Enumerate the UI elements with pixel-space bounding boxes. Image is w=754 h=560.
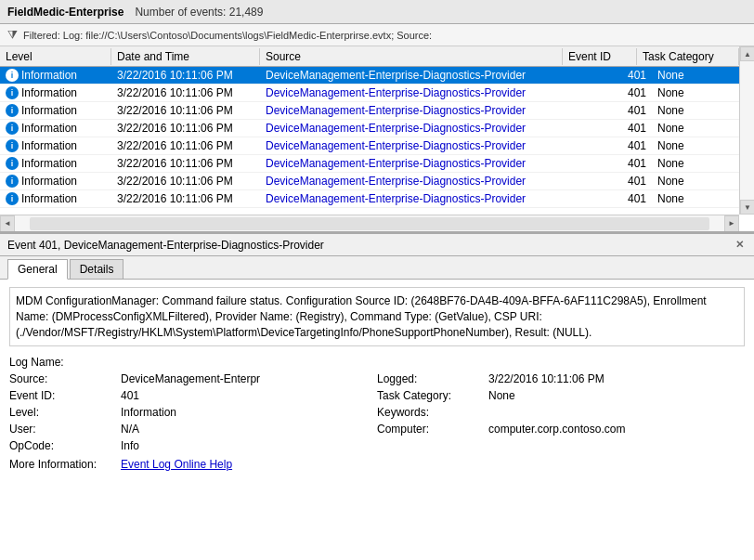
keywords-value xyxy=(488,406,745,419)
col-eventid: Event ID xyxy=(563,48,637,65)
level-text: Information xyxy=(21,157,77,170)
taskcategory-value: None xyxy=(488,389,745,402)
cell-source: DeviceManagement-Enterprise-Diagnostics-… xyxy=(260,157,578,170)
table-row[interactable]: iInformation3/22/2016 10:11:06 PMDeviceM… xyxy=(0,67,754,85)
table-row[interactable]: iInformation3/22/2016 10:11:06 PMDeviceM… xyxy=(0,155,754,173)
level-text: Information xyxy=(21,104,77,117)
opcode-label: OpCode: xyxy=(9,439,121,452)
cell-datetime: 3/22/2016 10:11:06 PM xyxy=(111,139,260,152)
tab-details[interactable]: Details xyxy=(70,259,124,279)
computer-row: Computer: computer.corp.contoso.com xyxy=(377,423,745,436)
col-source: Source xyxy=(260,48,563,65)
taskcategory-label: Task Category: xyxy=(377,389,488,402)
cell-datetime: 3/22/2016 10:11:06 PM xyxy=(111,69,260,82)
table-row[interactable]: iInformation3/22/2016 10:11:06 PMDeviceM… xyxy=(0,173,754,190)
table-header: Level Date and Time Source Event ID Task… xyxy=(0,46,754,67)
cell-eventid: 401 xyxy=(578,122,652,135)
detail-header: Event 401, DeviceManagement-Enterprise-D… xyxy=(0,234,754,256)
table-row[interactable]: iInformation3/22/2016 10:11:06 PMDeviceM… xyxy=(0,85,754,102)
source-value: DeviceManagement-Enterpr xyxy=(121,372,377,385)
scroll-down-btn[interactable]: ▼ xyxy=(740,200,754,215)
cell-eventid: 401 xyxy=(578,175,652,188)
filter-bar: ⧩ Filtered: Log: file://C:\Users\Contoso… xyxy=(0,24,754,46)
cell-source: DeviceManagement-Enterprise-Diagnostics-… xyxy=(260,104,578,117)
table-row[interactable]: iInformation3/22/2016 10:11:06 PMDeviceM… xyxy=(0,120,754,137)
source-label: Source: xyxy=(9,372,121,385)
event-count: Number of events: 21,489 xyxy=(135,6,263,19)
info-icon: i xyxy=(6,69,19,82)
user-label: User: xyxy=(9,423,121,436)
close-detail-btn[interactable]: ✕ xyxy=(732,238,747,253)
cell-source: DeviceManagement-Enterprise-Diagnostics-… xyxy=(260,69,578,82)
cell-level: iInformation xyxy=(0,122,111,135)
level-text: Information xyxy=(21,139,77,152)
cell-datetime: 3/22/2016 10:11:06 PM xyxy=(111,86,260,99)
title-bar: FieldMedic-Enterprise Number of events: … xyxy=(0,0,754,24)
detail-col-right: Logged: 3/22/2016 10:11:06 PM Task Categ… xyxy=(377,372,745,454)
computer-value: computer.corp.contoso.com xyxy=(488,423,745,436)
detail-title: Event 401, DeviceManagement-Enterprise-D… xyxy=(7,239,324,252)
table-row[interactable]: iInformation3/22/2016 10:11:06 PMDeviceM… xyxy=(0,190,754,208)
log-name-label: Log Name: xyxy=(9,356,121,369)
taskcategory-row: Task Category: None xyxy=(377,389,745,402)
cell-source: DeviceManagement-Enterprise-Diagnostics-… xyxy=(260,86,578,99)
filter-icon: ⧩ xyxy=(7,28,18,43)
vertical-scrollbar[interactable]: ▲ ▼ xyxy=(739,46,754,215)
cell-datetime: 3/22/2016 10:11:06 PM xyxy=(111,104,260,117)
scrollbar-track xyxy=(30,217,709,230)
keywords-label: Keywords: xyxy=(377,406,488,419)
user-row: User: N/A xyxy=(9,423,377,436)
logged-row: Logged: 3/22/2016 10:11:06 PM xyxy=(377,372,745,385)
detail-tabs: General Details xyxy=(0,256,754,280)
eventid-value: 401 xyxy=(121,389,377,402)
cell-source: DeviceManagement-Enterprise-Diagnostics-… xyxy=(260,139,578,152)
user-value: N/A xyxy=(121,423,377,436)
cell-datetime: 3/22/2016 10:11:06 PM xyxy=(111,175,260,188)
keywords-row: Keywords: xyxy=(377,406,745,419)
info-icon: i xyxy=(6,192,19,205)
info-icon: i xyxy=(6,157,19,170)
filter-text: Filtered: Log: file://C:\Users\Contoso\D… xyxy=(23,30,432,41)
vscroll-track xyxy=(740,61,754,200)
event-description: MDM ConfigurationManager: Command failur… xyxy=(9,287,745,346)
info-icon: i xyxy=(6,122,19,135)
detail-section-row: Source: DeviceManagement-Enterpr Event I… xyxy=(9,372,745,454)
tab-general[interactable]: General xyxy=(7,259,68,280)
info-icon: i xyxy=(6,175,19,188)
table-body: iInformation3/22/2016 10:11:06 PMDeviceM… xyxy=(0,67,754,215)
cell-datetime: 3/22/2016 10:11:06 PM xyxy=(111,192,260,205)
log-name-value xyxy=(121,356,745,369)
more-info-label: More Information: xyxy=(9,458,121,471)
opcode-value: Info xyxy=(121,439,377,452)
level-label: Level: xyxy=(9,406,121,419)
scroll-up-btn[interactable]: ▲ xyxy=(740,46,754,61)
level-text: Information xyxy=(21,175,77,188)
cell-eventid: 401 xyxy=(578,157,652,170)
cell-eventid: 401 xyxy=(578,139,652,152)
level-text: Information xyxy=(21,86,77,99)
col-level: Level xyxy=(0,48,111,65)
cell-datetime: 3/22/2016 10:11:06 PM xyxy=(111,122,260,135)
horizontal-scrollbar[interactable]: ◄ ► xyxy=(0,215,739,231)
scroll-right-btn[interactable]: ► xyxy=(724,215,739,232)
cell-level: iInformation xyxy=(0,175,111,188)
col-taskcategory: Task Category xyxy=(637,48,739,65)
level-text: Information xyxy=(21,122,77,135)
level-text: Information xyxy=(21,192,77,205)
scroll-left-btn[interactable]: ◄ xyxy=(0,215,15,232)
cell-eventid: 401 xyxy=(578,104,652,117)
cell-level: iInformation xyxy=(0,86,111,99)
app-name: FieldMedic-Enterprise xyxy=(7,6,124,19)
eventid-label: Event ID: xyxy=(9,389,121,402)
cell-level: iInformation xyxy=(0,192,111,205)
detail-panel: Event 401, DeviceManagement-Enterprise-D… xyxy=(0,232,754,560)
more-info-row: More Information: Event Log Online Help xyxy=(9,458,745,471)
table-row[interactable]: iInformation3/22/2016 10:11:06 PMDeviceM… xyxy=(0,102,754,120)
level-row: Level: Information xyxy=(9,406,377,419)
logged-value: 3/22/2016 10:11:06 PM xyxy=(488,372,745,385)
event-log-online-help-link[interactable]: Event Log Online Help xyxy=(121,458,232,471)
table-row[interactable]: iInformation3/22/2016 10:11:06 PMDeviceM… xyxy=(0,137,754,155)
cell-level: iInformation xyxy=(0,139,111,152)
info-icon: i xyxy=(6,139,19,152)
cell-source: DeviceManagement-Enterprise-Diagnostics-… xyxy=(260,175,578,188)
